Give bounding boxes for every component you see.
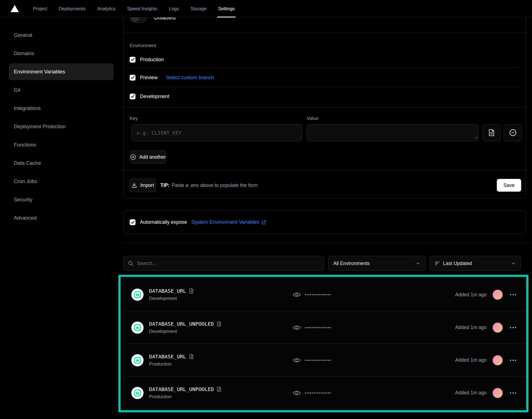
- minus-circle-icon: [509, 129, 517, 137]
- sidebar-item-data-cache[interactable]: Data Cache: [9, 154, 114, 172]
- add-another-button[interactable]: Add another: [130, 150, 166, 164]
- development-label: Development: [140, 94, 169, 99]
- sidebar-item-integrations[interactable]: Integrations: [9, 99, 114, 117]
- highlight-annotation-box: DATABASE_URL Development: [118, 275, 528, 412]
- key-label: Key: [130, 116, 138, 121]
- sidebar-item-general[interactable]: General: [9, 26, 114, 44]
- settings-sidebar: General Domains Environment Variables Gi…: [9, 26, 114, 227]
- environment-filter-value: All Environments: [333, 261, 370, 266]
- chevron-down-icon: [416, 261, 420, 266]
- added-timestamp: Added 1m ago: [455, 325, 487, 330]
- eye-icon[interactable]: [293, 291, 301, 299]
- value-input[interactable]: [307, 124, 478, 141]
- expose-checkbox[interactable]: [130, 219, 135, 225]
- masked-value: •••••••••••••••: [305, 391, 331, 395]
- download-icon: [132, 182, 137, 188]
- search-icon: [128, 261, 134, 266]
- neon-integration-icon: [131, 322, 144, 334]
- eye-icon[interactable]: [293, 356, 301, 364]
- production-row: Production: [130, 52, 520, 67]
- masked-value: •••••••••••••••: [305, 292, 331, 297]
- environment-variables-page: Project Deployments Analytics Speed Insi…: [0, 0, 532, 419]
- key-input[interactable]: [132, 124, 302, 141]
- eye-icon[interactable]: [293, 389, 301, 397]
- save-button[interactable]: Save: [497, 179, 521, 192]
- add-another-label: Add another: [139, 154, 166, 160]
- eye-icon[interactable]: [293, 323, 301, 332]
- top-nav: Project Deployments Analytics Speed Insi…: [0, 0, 532, 17]
- divider: [130, 68, 520, 68]
- variable-environment: Production: [149, 394, 221, 400]
- row-menu-button[interactable]: •••: [510, 358, 517, 363]
- filter-row: All Environments Last Updated: [123, 256, 521, 271]
- external-link-icon: [261, 220, 266, 225]
- note-icon[interactable]: [189, 354, 194, 359]
- sidebar-item-domains[interactable]: Domains: [9, 44, 114, 63]
- divider: [124, 170, 526, 170]
- sort-dropdown[interactable]: Last Updated: [429, 256, 521, 271]
- variable-name: DATABASE_URL_UNPOOLED: [149, 386, 214, 392]
- nav-item-analytics[interactable]: Analytics: [91, 0, 121, 17]
- nav-item-speed-insights[interactable]: Speed Insights: [121, 0, 163, 17]
- note-icon[interactable]: [189, 288, 194, 294]
- masked-value: •••••••••••••••: [305, 325, 331, 330]
- note-icon[interactable]: [217, 321, 221, 327]
- import-label: Import: [140, 182, 154, 188]
- main-content: Disabled Environment Production Preview …: [123, 0, 530, 419]
- plus-circle-icon: [130, 154, 136, 160]
- remove-row-button[interactable]: [504, 124, 522, 141]
- nav-item-project[interactable]: Project: [27, 0, 53, 17]
- preview-label: Preview: [140, 75, 158, 81]
- user-avatar: [493, 323, 503, 333]
- row-menu-button[interactable]: •••: [510, 325, 517, 330]
- variable-name: DATABASE_URL_UNPOOLED: [149, 321, 214, 327]
- sidebar-item-deployment-protection[interactable]: Deployment Protection: [9, 117, 114, 136]
- row-menu-button[interactable]: •••: [510, 391, 517, 395]
- env-variable-row[interactable]: DATABASE_URL_UNPOOLED Production: [124, 376, 526, 409]
- checkmark-icon: [131, 58, 135, 61]
- env-variable-row[interactable]: DATABASE_URL_UNPOOLED Development: [124, 311, 526, 344]
- preview-checkbox[interactable]: [130, 75, 135, 81]
- sidebar-item-security[interactable]: Security: [9, 191, 114, 209]
- sort-icon: [435, 261, 440, 266]
- sidebar-item-functions[interactable]: Functions: [9, 136, 114, 154]
- variable-environment: Development: [149, 329, 221, 334]
- production-label: Production: [140, 57, 164, 63]
- variable-environment: Production: [149, 361, 194, 367]
- added-timestamp: Added 1m ago: [455, 357, 487, 363]
- sidebar-item-environment-variables[interactable]: Environment Variables: [9, 63, 114, 80]
- sidebar-item-advanced[interactable]: Advanced: [9, 209, 114, 227]
- divider: [124, 33, 526, 33]
- nav-item-logs[interactable]: Logs: [163, 0, 185, 17]
- sort-value: Last Updated: [443, 261, 472, 266]
- env-variable-row[interactable]: DATABASE_URL Development: [124, 278, 526, 311]
- sidebar-item-cron-jobs[interactable]: Cron Jobs: [9, 172, 114, 191]
- search-input[interactable]: [137, 261, 319, 266]
- user-avatar: [493, 355, 503, 365]
- production-checkbox[interactable]: [130, 57, 135, 63]
- chevron-down-icon: [511, 261, 516, 266]
- resize-handle-icon[interactable]: [475, 135, 477, 140]
- nav-item-settings[interactable]: Settings: [212, 0, 241, 17]
- environment-filter-dropdown[interactable]: All Environments: [328, 256, 426, 271]
- variable-environment: Development: [149, 296, 194, 301]
- vercel-logo-icon[interactable]: [10, 4, 19, 13]
- select-custom-branch-link[interactable]: Select custom branch: [166, 75, 214, 81]
- paste-env-button[interactable]: [482, 124, 501, 141]
- masked-value: •••••••••••••••: [305, 358, 331, 363]
- note-icon[interactable]: [217, 387, 221, 392]
- env-variable-list: DATABASE_URL Development: [123, 278, 526, 409]
- env-variable-row[interactable]: DATABASE_URL Production: [124, 344, 526, 376]
- row-menu-button[interactable]: •••: [510, 292, 517, 297]
- neon-integration-icon: [131, 387, 144, 399]
- development-checkbox[interactable]: [130, 94, 135, 99]
- system-env-variables-link[interactable]: System Environment Variables: [191, 219, 266, 225]
- import-button[interactable]: Import: [130, 178, 156, 192]
- nav-item-deployments[interactable]: Deployments: [53, 0, 91, 17]
- nav-item-storage[interactable]: Storage: [185, 0, 213, 17]
- value-label: Value: [307, 116, 318, 121]
- checkmark-icon: [131, 221, 135, 224]
- expose-text: Automatically expose: [140, 219, 187, 225]
- sidebar-item-git[interactable]: Git: [9, 81, 114, 99]
- neon-integration-icon: [131, 289, 144, 301]
